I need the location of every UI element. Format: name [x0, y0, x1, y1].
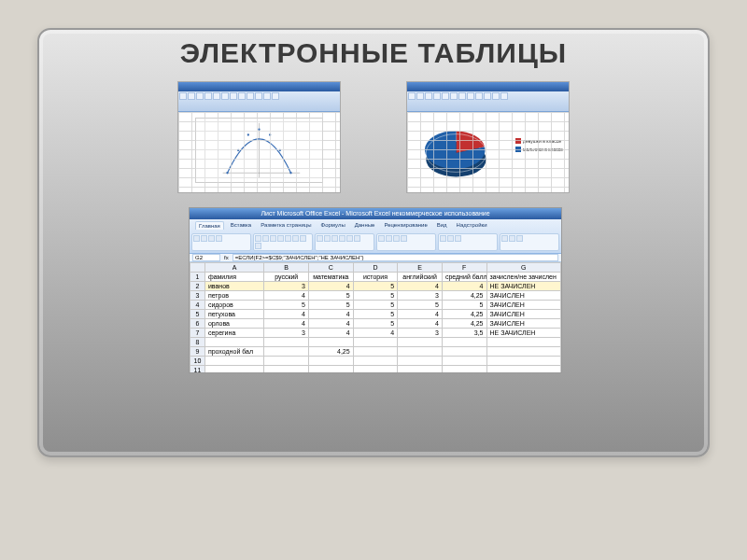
table-row: 7серегина34433,5НЕ ЗАЧИСЛЕН	[190, 329, 561, 338]
sheet-area: девушки в классе мальчики в классе	[407, 112, 569, 192]
svg-point-7	[279, 149, 281, 151]
worksheet-grid[interactable]: ABCDEFG 1 фамилиярусскийматематикаистори…	[190, 262, 561, 373]
tab-home[interactable]: Главная	[195, 221, 224, 230]
tab-layout[interactable]: Разметка страницы	[258, 221, 314, 230]
slide-frame: ЭЛЕКТРОННЫЕ ТАБЛИЦЫ	[37, 28, 710, 457]
svg-point-5	[258, 128, 260, 130]
table-row: 4сидоров55555ЗАЧИСЛЕН	[190, 301, 561, 310]
excel-thumb-pie-chart: девушки в классе мальчики в классе	[406, 81, 570, 193]
tab-view[interactable]: Вид	[434, 221, 450, 230]
ribbon	[407, 91, 569, 112]
window-titlebar	[178, 82, 340, 91]
sheet-area	[178, 112, 340, 192]
ribbon-tabs: Главная Вставка Разметка страницы Формул…	[190, 219, 561, 231]
ribbon: Главная Вставка Разметка страницы Формул…	[190, 219, 561, 254]
svg-point-9	[426, 142, 486, 176]
svg-point-4	[247, 133, 249, 135]
tab-review[interactable]: Рецензирование	[381, 221, 430, 230]
svg-point-2	[226, 172, 228, 174]
table-row-footer: 9 проходной бал4,25	[190, 347, 561, 357]
slide-title: ЭЛЕКТРОННЫЕ ТАБЛИЦЫ	[39, 37, 708, 69]
tab-addins[interactable]: Надстройки	[454, 221, 490, 230]
tab-data[interactable]: Данные	[352, 221, 378, 230]
thumbnails-row: девушки в классе мальчики в классе	[39, 81, 708, 193]
legend-item: мальчики в классе	[523, 147, 563, 152]
window-titlebar	[407, 82, 569, 91]
table-row: 10	[190, 357, 561, 366]
pie-legend: девушки в классе мальчики в классе	[515, 138, 563, 155]
table-row: 11	[190, 366, 561, 374]
table-row: 6орлова44544,25ЗАЧИСЛЕН	[190, 319, 561, 329]
table-row: 3петров45534,25ЗАЧИСЛЕН	[190, 291, 561, 301]
column-headers: ABCDEFG	[190, 263, 561, 273]
table-row: 2иванов34544НЕ ЗАЧИСЛЕН	[190, 282, 561, 291]
name-box[interactable]: G2	[192, 254, 220, 261]
table-header-row: 1 фамилиярусскийматематикаисторияанглийс…	[190, 273, 561, 282]
ribbon	[178, 91, 340, 112]
line-chart	[195, 118, 323, 183]
tab-formulas[interactable]: Формулы	[318, 221, 348, 230]
window-titlebar: Лист Microsoft Office Excel - Microsoft …	[190, 208, 561, 219]
excel-thumb-line-chart	[177, 81, 341, 193]
ribbon-groups	[190, 231, 561, 253]
fx-icon[interactable]: fx	[224, 255, 229, 260]
tab-insert[interactable]: Вставка	[228, 221, 254, 230]
formula-bar: G2 fx =ЕСЛИ(F2>=$C$9;"ЗАЧИСЛЕН";"НЕ ЗАЧИ…	[190, 254, 561, 262]
svg-point-6	[269, 133, 271, 135]
table-row: 8	[190, 338, 561, 347]
svg-point-8	[289, 172, 291, 174]
pie-chart	[416, 121, 496, 187]
excel-main-window: Лист Microsoft Office Excel - Microsoft …	[189, 207, 562, 373]
svg-point-3	[237, 149, 239, 151]
table-row: 5петухова44544,25ЗАЧИСЛЕН	[190, 310, 561, 319]
svg-point-10	[426, 134, 486, 173]
legend-item: девушки в классе	[523, 138, 561, 144]
formula-input[interactable]: =ЕСЛИ(F2>=$C$9;"ЗАЧИСЛЕН";"НЕ ЗАЧИСЛЕН")	[233, 254, 558, 261]
